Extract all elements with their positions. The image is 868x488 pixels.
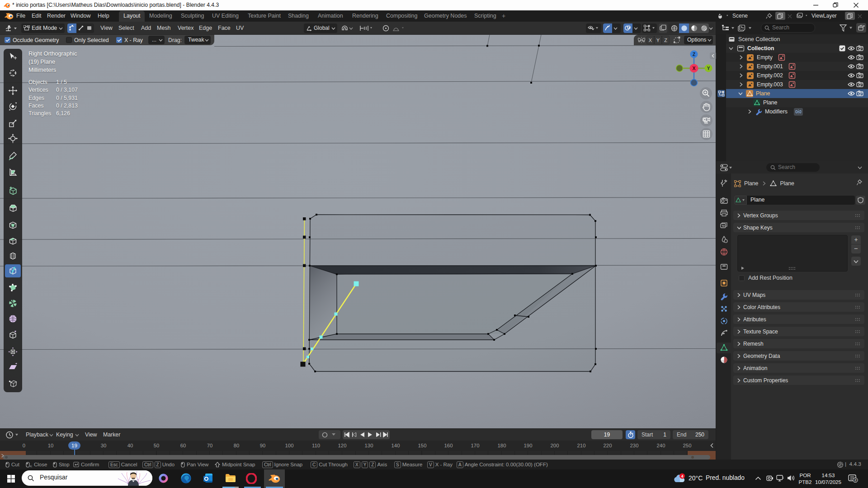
- svg-text:2: 2: [854, 478, 856, 482]
- svg-text:x2: x2: [30, 464, 32, 468]
- svg-text:Y: Y: [707, 66, 710, 71]
- svg-text:Z: Z: [693, 52, 695, 57]
- svg-text:4: 4: [681, 474, 684, 479]
- svg-text:X: X: [692, 66, 695, 71]
